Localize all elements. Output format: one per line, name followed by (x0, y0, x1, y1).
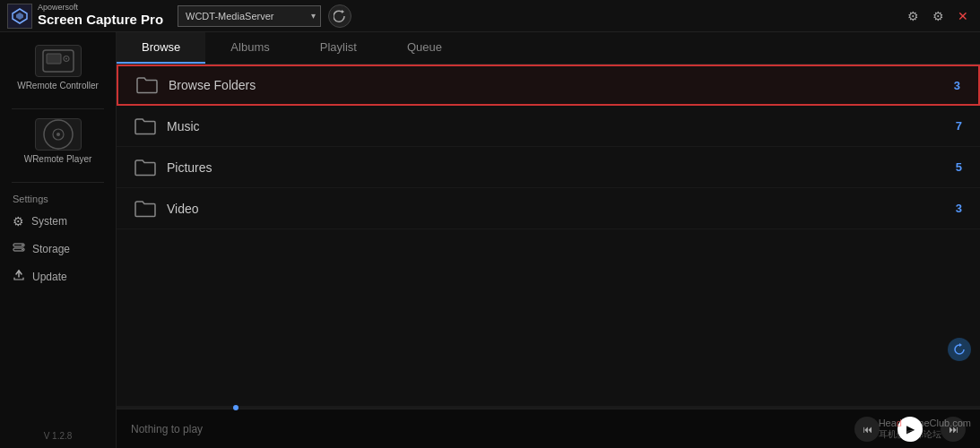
folder-name-pictures: Pictures (167, 160, 956, 175)
svg-point-13 (22, 249, 23, 251)
logo-icon (7, 4, 32, 29)
folder-name-video: Video (167, 202, 956, 216)
svg-marker-14 (959, 343, 962, 347)
folder-name-browse: Browse Folders (169, 78, 954, 92)
sidebar-item-wremote-player[interactable]: WRemote Player (0, 113, 116, 169)
tabs-bar: Browse Albums Playlist Queue (117, 32, 980, 65)
play-button[interactable]: ▶ (898, 417, 923, 442)
gear-button[interactable]: ⚙ (928, 6, 948, 26)
wremote-player-label: WRemote Player (24, 154, 92, 164)
svg-marker-2 (342, 10, 344, 13)
sidebar-item-wremote-controller[interactable]: WRemote Controller (0, 39, 116, 96)
next-button[interactable]: ⏭ (941, 417, 966, 442)
svg-rect-4 (47, 54, 61, 64)
svg-point-6 (65, 58, 67, 60)
folder-count-video: 3 (956, 202, 962, 215)
content-area: Browse Albums Playlist Queue Browse Fold… (117, 32, 980, 448)
system-label: System (31, 215, 67, 228)
settings-section-label: Settings (0, 194, 48, 204)
tab-albums[interactable]: Albums (205, 32, 294, 64)
sidebar-item-update[interactable]: Update (0, 263, 116, 290)
device-select[interactable]: WCDT-MediaServer (178, 5, 321, 27)
folder-count-pictures: 5 (956, 160, 962, 174)
refresh-button[interactable] (948, 338, 971, 361)
wremote-player-icon (35, 118, 82, 151)
folder-count-music: 7 (956, 119, 962, 133)
sidebar-item-storage[interactable]: Storage (0, 235, 116, 263)
back-button[interactable] (328, 4, 351, 28)
svg-point-12 (22, 245, 23, 246)
storage-icon (13, 241, 25, 256)
wremote-controller-label: WRemote Controller (17, 81, 99, 90)
folder-list: Browse Folders 3 Music 7 Pictures 5 (117, 65, 980, 406)
update-icon (13, 269, 25, 284)
svg-marker-1 (16, 13, 23, 20)
folder-count-browse: 3 (954, 79, 960, 92)
tab-queue[interactable]: Queue (382, 32, 467, 64)
tab-playlist[interactable]: Playlist (295, 32, 382, 64)
folder-name-music: Music (167, 119, 956, 134)
folder-icon-browse (136, 76, 158, 94)
sidebar-divider-2 (12, 182, 104, 183)
storage-label: Storage (32, 243, 70, 255)
folder-item-music[interactable]: Music 7 (117, 106, 980, 147)
folder-item-browse[interactable]: Browse Folders 3 (117, 65, 980, 106)
app-name: Screen Capture Pro (38, 13, 163, 28)
player-controls: ⏮ ▶ ⏭ (854, 417, 966, 442)
track-info: Nothing to play (131, 423, 854, 435)
tab-browse[interactable]: Browse (117, 32, 205, 64)
folder-icon-music (134, 117, 156, 135)
wremote-controller-icon (35, 45, 82, 77)
player-bar: Nothing to play ⏮ ▶ ⏭ (117, 409, 980, 448)
svg-point-9 (56, 133, 60, 136)
sidebar-item-system[interactable]: ⚙ System (0, 208, 116, 235)
folder-item-pictures[interactable]: Pictures 5 (117, 147, 980, 188)
progress-bar[interactable] (117, 406, 980, 409)
update-label: Update (32, 271, 67, 283)
app-header: Apowersoft Screen Capture Pro WCDT-Media… (0, 0, 980, 32)
system-icon: ⚙ (13, 214, 24, 228)
progress-dot (233, 405, 238, 410)
sidebar-divider-1 (12, 108, 104, 109)
folder-icon-pictures (134, 159, 156, 177)
main-layout: WRemote Controller WRemote Player Settin… (0, 32, 980, 448)
version-label: V 1.2.8 (37, 424, 80, 448)
settings-button[interactable]: ⚙ (903, 6, 923, 26)
folder-icon-video (134, 200, 156, 218)
folder-item-video[interactable]: Video 3 (117, 188, 980, 229)
device-selector[interactable]: WCDT-MediaServer (178, 5, 321, 27)
window-controls: ⚙ ⚙ ✕ (903, 6, 973, 26)
close-button[interactable]: ✕ (953, 6, 973, 26)
prev-button[interactable]: ⏮ (854, 417, 880, 442)
logo: Apowersoft Screen Capture Pro (7, 4, 163, 29)
sidebar: WRemote Controller WRemote Player Settin… (0, 32, 117, 448)
